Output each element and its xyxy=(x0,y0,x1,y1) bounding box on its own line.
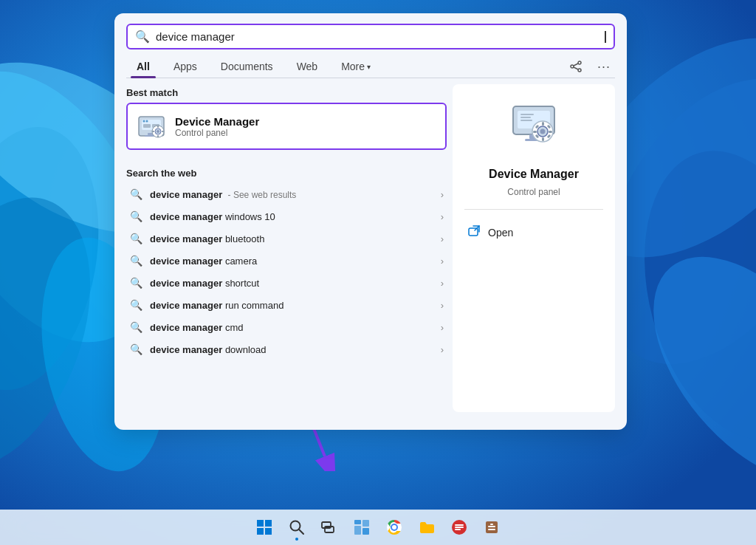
list-item[interactable]: 🔍 device manager windows 10 › xyxy=(126,205,447,227)
search-web-icon: 🔍 xyxy=(129,255,142,267)
svg-rect-42 xyxy=(549,131,552,133)
taskbar-search-button[interactable] xyxy=(282,513,312,542)
tab-more[interactable]: More ▾ xyxy=(331,56,381,77)
chevron-right-icon: › xyxy=(441,211,444,222)
text-cursor xyxy=(605,31,606,43)
svg-point-27 xyxy=(157,130,159,133)
svg-rect-40 xyxy=(542,137,544,141)
search-web-icon: 🔍 xyxy=(129,299,142,311)
right-panel-app-icon xyxy=(510,99,557,156)
svg-point-14 xyxy=(571,65,574,68)
best-match-name: Device Manager xyxy=(175,115,259,128)
search-web-title: Search the web xyxy=(126,159,447,183)
content-area: Best match xyxy=(114,78,627,418)
right-panel: Device Manager Control panel Open xyxy=(453,84,615,412)
list-item[interactable]: 🔍 device manager camera › xyxy=(126,250,447,272)
svg-rect-73 xyxy=(488,529,495,530)
tab-documents[interactable]: Documents xyxy=(210,56,284,77)
svg-point-19 xyxy=(143,120,145,123)
svg-rect-29 xyxy=(157,135,159,137)
taskbar-chrome-button[interactable] xyxy=(379,513,409,542)
search-web-icon: 🔍 xyxy=(129,321,142,333)
svg-rect-52 xyxy=(257,520,264,527)
svg-rect-62 xyxy=(354,526,361,535)
taskbar-start-button[interactable] xyxy=(250,513,279,542)
list-item[interactable]: 🔍 device manager download › xyxy=(126,338,447,360)
tab-apps[interactable]: Apps xyxy=(163,56,207,77)
taskbar-taskview-button[interactable] xyxy=(315,513,344,542)
svg-rect-39 xyxy=(542,122,544,126)
share-button[interactable] xyxy=(565,55,587,78)
tab-bar-actions: ··· xyxy=(565,55,615,78)
right-panel-title: Device Manager xyxy=(489,168,579,181)
device-manager-icon xyxy=(137,112,166,141)
svg-point-38 xyxy=(540,129,546,134)
svg-point-12 xyxy=(578,61,581,64)
search-web-icon: 🔍 xyxy=(129,277,142,289)
best-match-text: Device Manager Control panel xyxy=(175,115,259,138)
svg-line-16 xyxy=(574,67,578,69)
svg-rect-53 xyxy=(265,520,272,527)
best-match-subtitle: Control panel xyxy=(175,128,259,138)
svg-rect-69 xyxy=(455,524,464,526)
svg-rect-68 xyxy=(455,527,464,528)
svg-rect-21 xyxy=(143,124,151,128)
search-box[interactable]: 🔍 xyxy=(126,24,615,49)
chevron-right-icon: › xyxy=(441,233,444,244)
right-panel-subtitle: Control panel xyxy=(507,187,560,197)
list-item[interactable]: 🔍 device manager shortcut › xyxy=(126,272,447,294)
svg-rect-60 xyxy=(354,520,361,524)
search-icon: 🔍 xyxy=(135,30,150,44)
taskbar-fileexplorer-button[interactable] xyxy=(412,513,441,542)
chevron-right-icon: › xyxy=(441,256,444,267)
svg-rect-54 xyxy=(257,528,264,535)
chevron-right-icon: › xyxy=(441,189,444,200)
list-item[interactable]: 🔍 device manager bluetooth › xyxy=(126,227,447,250)
search-web-icon: 🔍 xyxy=(129,210,142,222)
list-item[interactable]: 🔍 device manager run command › xyxy=(126,294,447,316)
chevron-right-icon: › xyxy=(441,322,444,333)
taskbar-widgets-button[interactable] xyxy=(347,513,377,542)
open-label: Open xyxy=(488,227,513,239)
left-panel: Best match xyxy=(126,78,453,418)
best-match-title: Best match xyxy=(126,78,447,103)
open-button[interactable]: Open xyxy=(464,222,603,244)
svg-point-20 xyxy=(146,120,148,123)
svg-rect-41 xyxy=(533,131,537,133)
svg-point-13 xyxy=(578,69,581,72)
taskbar-mail-button[interactable] xyxy=(444,513,474,542)
svg-rect-30 xyxy=(152,131,154,132)
svg-point-66 xyxy=(392,525,396,529)
tab-all[interactable]: All xyxy=(126,56,160,77)
svg-line-57 xyxy=(299,529,303,534)
svg-rect-55 xyxy=(265,528,272,535)
list-item[interactable]: 🔍 device manager cmd › xyxy=(126,316,447,338)
chevron-right-icon: › xyxy=(441,344,444,355)
active-indicator xyxy=(295,538,298,541)
chevron-right-icon: › xyxy=(441,278,444,289)
tab-web[interactable]: Web xyxy=(286,56,329,77)
search-input[interactable] xyxy=(156,30,599,43)
chevron-down-icon: ▾ xyxy=(367,63,371,71)
more-options-button[interactable]: ··· xyxy=(593,55,615,78)
svg-rect-63 xyxy=(362,528,369,535)
search-web-icon: 🔍 xyxy=(129,233,142,244)
taskbar xyxy=(0,510,756,545)
best-match-item[interactable]: Device Manager Control panel xyxy=(126,103,447,150)
list-item[interactable]: 🔍 device manager - See web results › xyxy=(126,183,447,205)
open-icon xyxy=(467,224,481,241)
svg-rect-28 xyxy=(157,126,159,128)
search-panel: 🔍 All Apps Documents Web More ▾ xyxy=(114,13,627,430)
search-box-wrapper: 🔍 xyxy=(114,13,627,49)
svg-rect-70 xyxy=(455,529,461,530)
svg-rect-72 xyxy=(488,526,495,527)
svg-rect-31 xyxy=(162,131,164,132)
search-web-icon: 🔍 xyxy=(129,343,142,355)
svg-rect-61 xyxy=(362,520,369,527)
chevron-right-icon: › xyxy=(441,300,444,311)
search-web-icon: 🔍 xyxy=(129,188,142,200)
taskbar-store-button[interactable] xyxy=(477,513,506,542)
tab-bar: All Apps Documents Web More ▾ xyxy=(114,49,627,78)
svg-rect-48 xyxy=(520,117,531,118)
svg-rect-49 xyxy=(520,120,532,121)
